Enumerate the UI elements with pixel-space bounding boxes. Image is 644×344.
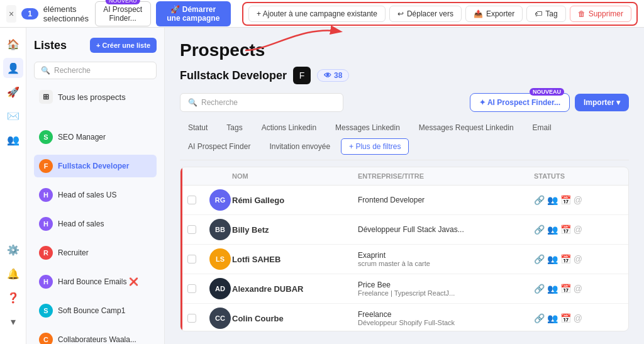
statuts-cell-2: 🔗 👥 📅 @: [528, 225, 629, 235]
table-row: CC Colin Courbe Freelance Développeur Sh…: [180, 304, 628, 331]
prospect-name-3: Lotfi SAHEB: [232, 255, 280, 264]
prospects-header: Fullstack Developer F 👁 38: [180, 67, 629, 84]
checkbox-4[interactable]: [187, 284, 196, 293]
tab-email[interactable]: Email: [525, 119, 560, 136]
sidebar-item-head-sales[interactable]: H Head of sales: [34, 213, 157, 235]
list-label-collaborateurs: Collaborateurs Waala...: [58, 335, 136, 344]
sidebar-item-seo[interactable]: S SEO Manager: [34, 126, 157, 148]
notifications-icon-btn[interactable]: 🔔: [3, 264, 23, 284]
sidebar-search[interactable]: 🔍 Recherche: [34, 62, 157, 79]
list-avatar-head-sales-us: H: [39, 188, 53, 202]
close-button[interactable]: ×: [6, 5, 16, 23]
status-icons-5: 🔗 👥 📅 @: [534, 313, 582, 323]
all-prospects-icon: ⊞: [39, 90, 53, 104]
start-campaign-button[interactable]: 🚀 Démarrer une campagne: [156, 1, 231, 26]
sidebar-item-hard-bounce[interactable]: H Hard Bounce Emails ❌: [34, 270, 157, 293]
ai-prospect-finder-button[interactable]: NOUVEAU ✦ AI Prospect Finder...: [470, 93, 570, 112]
search-action-row: 🔍 Recherche NOUVEAU ✦ AI Prospect Finder…: [180, 93, 629, 112]
list-label-fullstack: Fullstack Developer: [58, 162, 129, 170]
more-filters-button[interactable]: + Plus de filtres: [341, 138, 409, 155]
list-label-head-sales-us: Head of sales US: [58, 191, 116, 199]
company-2: Développeur Full Stack Javas...: [358, 225, 464, 234]
collapse-sidebar-btn[interactable]: ▾: [3, 311, 23, 331]
avatar-cell-3: LS: [203, 248, 226, 270]
teams-icon-btn[interactable]: 👥: [3, 130, 23, 150]
status-icons-1: 🔗 👥 📅 @: [534, 195, 582, 205]
sidebar-item-soft-bounce[interactable]: S Soft Bounce Camp1: [34, 299, 157, 322]
checkbox-3[interactable]: [187, 255, 196, 264]
page-title: Prospects: [180, 40, 629, 60]
count-value: 38: [334, 71, 342, 80]
sidebar-title: Listes: [34, 39, 67, 52]
statuts-cell-1: 🔗 👥 📅 @: [528, 195, 629, 205]
tab-tags[interactable]: Tags: [218, 119, 250, 136]
statuts-cell-3: 🔗 👥 📅 @: [528, 254, 629, 264]
move-to-icon: ↩: [397, 9, 404, 18]
export-button[interactable]: 📤 Exporter: [465, 6, 523, 22]
row-checkbox-3[interactable]: [180, 255, 203, 264]
checkbox-1[interactable]: [187, 196, 196, 204]
tab-messages-request-linkedin[interactable]: Messages Request Linkedin: [411, 119, 522, 136]
tab-actions-linkedin[interactable]: Actions Linkedin: [253, 119, 325, 136]
home-icon-btn[interactable]: 🏠: [3, 34, 23, 54]
sidebar-item-head-sales-us[interactable]: H Head of sales US: [34, 184, 157, 206]
ai-prospect-finder-topbar-button[interactable]: NOUVEAU AI Prospect Finder...: [95, 1, 151, 26]
tag-button[interactable]: 🏷 Tag: [526, 6, 565, 22]
nouveau-badge: NOUVEAU: [106, 0, 140, 4]
company-4a: Price Bee: [358, 280, 455, 289]
prospect-name-5: Colin Courbe: [232, 314, 284, 323]
main-content: Prospects Fullstack Developer F 👁 38 🔍 R…: [165, 28, 644, 344]
add-to-campaign-label: + Ajouter à une campagne existante: [257, 9, 377, 18]
main-search-box[interactable]: 🔍 Recherche: [180, 93, 343, 112]
tab-statut[interactable]: Statut: [180, 119, 216, 136]
sidebar-item-fullstack[interactable]: F Fullstack Developer: [34, 155, 157, 177]
checkbox-5[interactable]: [187, 314, 196, 323]
table-row: BB Billy Betz Développeur Full Stack Jav…: [180, 215, 628, 245]
list-avatar-fullstack: F: [39, 159, 53, 173]
contacts-icon-btn[interactable]: 👤: [3, 58, 23, 78]
table-row: LS Lotfi SAHEB Exaprint scrum master à l…: [180, 245, 628, 274]
list-avatar-hard-bounce: H: [39, 275, 53, 289]
main-search-placeholder: Recherche: [201, 98, 238, 107]
all-prospects-menu-item[interactable]: ⊞ Tous les prospects: [34, 86, 157, 108]
row-checkbox-1[interactable]: [180, 196, 203, 204]
main-search-icon: 🔍: [188, 98, 197, 107]
company-3a: Exaprint: [358, 251, 430, 260]
ai-btn-label: AI Prospect Finder...: [103, 5, 142, 23]
delete-label: Supprimer: [589, 9, 623, 18]
list-label-seo: SEO Manager: [58, 133, 106, 141]
top-bar-left: × 1 éléments selectionnés NOUVEAU AI Pro…: [6, 1, 231, 26]
list-icon: F: [293, 67, 311, 84]
avatar-cell-5: CC: [203, 308, 226, 329]
add-to-campaign-button[interactable]: + Ajouter à une campagne existante: [248, 6, 386, 22]
tab-ai-prospect-finder[interactable]: AI Prospect Finder: [180, 138, 258, 155]
row-checkbox-4[interactable]: [180, 284, 203, 293]
list-name: Fullstack Developer: [180, 69, 287, 82]
messages-icon-btn[interactable]: ✉️: [3, 106, 23, 126]
name-cell-3: Lotfi SAHEB: [226, 255, 352, 264]
tab-messages-linkedin[interactable]: Messages Linkedin: [327, 119, 408, 136]
create-list-button[interactable]: + Créer une liste: [90, 38, 157, 53]
company-5b: Développeur Shopify Full-Stack: [358, 319, 455, 326]
settings-icon-btn[interactable]: ⚙️: [3, 240, 23, 260]
tab-invitation-envoyee[interactable]: Invitation envoyée: [261, 138, 338, 155]
ai-finder-nouveau-badge: NOUVEAU: [530, 88, 564, 96]
help-icon-btn[interactable]: ❓: [3, 287, 23, 308]
campaigns-icon-btn[interactable]: 🚀: [3, 82, 23, 102]
list-label-soft-bounce: Soft Bounce Camp1: [58, 306, 125, 315]
delete-button[interactable]: 🗑 Supprimer: [570, 6, 631, 22]
row-checkbox-5[interactable]: [180, 314, 203, 323]
import-button[interactable]: Importer ▾: [575, 94, 629, 111]
move-to-label: Déplacer vers: [407, 9, 453, 18]
top-notification-bar: × 1 éléments selectionnés NOUVEAU AI Pro…: [0, 0, 644, 28]
list-avatar-collaborateurs: C: [39, 333, 53, 344]
right-actions: NOUVEAU ✦ AI Prospect Finder... Importer…: [470, 93, 629, 112]
list-label-head-sales: Head of sales: [58, 219, 104, 228]
move-to-button[interactable]: ↩ Déplacer vers: [389, 6, 462, 22]
row-checkbox-2[interactable]: [180, 225, 203, 234]
list-avatar-soft-bounce: S: [39, 304, 53, 318]
sidebar-item-recruiter[interactable]: R Recruiter: [34, 241, 157, 264]
sidebar-item-collaborateurs[interactable]: C Collaborateurs Waala...: [34, 328, 157, 344]
export-label: Exporter: [486, 9, 514, 18]
checkbox-2[interactable]: [187, 225, 196, 234]
